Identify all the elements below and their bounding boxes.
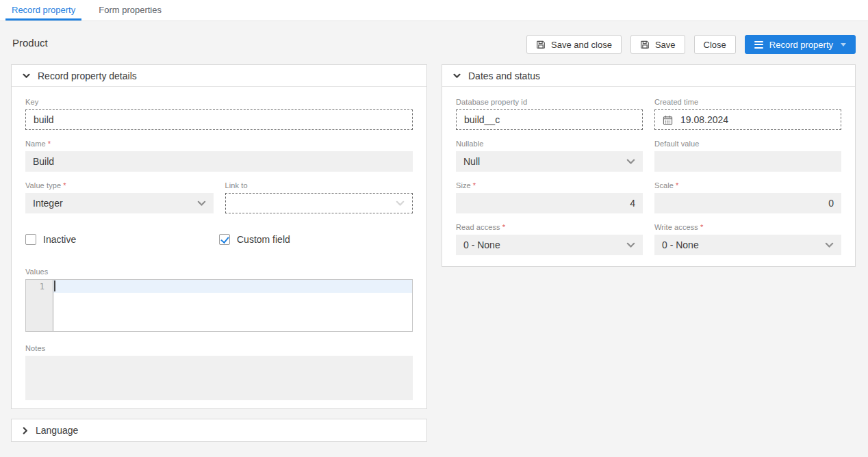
checkbox-icon — [25, 234, 36, 245]
section-title: Language — [36, 425, 78, 436]
save-button[interactable]: Save — [630, 35, 685, 54]
tab-form-properties[interactable]: Form properties — [87, 0, 173, 21]
key-label: Key — [25, 98, 413, 106]
notes-textarea[interactable] — [25, 356, 413, 400]
write-access-select[interactable]: 0 - None — [654, 235, 841, 255]
active-line — [53, 280, 412, 293]
default-value-label: Default value — [654, 140, 841, 148]
chevron-right-icon — [23, 427, 28, 434]
key-input[interactable]: build — [25, 109, 413, 130]
save-and-close-button[interactable]: Save and close — [526, 35, 622, 54]
name-input[interactable]: Build — [25, 151, 413, 172]
save-icon — [640, 40, 650, 49]
text-caret — [54, 280, 55, 291]
record-property-details-card: Record property details Key build Name* … — [11, 64, 427, 409]
close-label: Close — [704, 40, 726, 50]
save-icon — [536, 40, 546, 49]
nullable-select[interactable]: Null — [456, 151, 643, 172]
custom-field-checkbox-label: Custom field — [237, 234, 290, 245]
nullable-label: Nullable — [456, 140, 643, 148]
tab-record-property[interactable]: Record property — [0, 0, 87, 21]
page-title: Product — [12, 37, 48, 49]
inactive-checkbox-label: Inactive — [43, 234, 76, 245]
chevron-down-icon — [626, 159, 635, 165]
default-value-input[interactable] — [654, 151, 841, 172]
code-area[interactable] — [53, 280, 412, 331]
created-time-input[interactable]: 19.08.2024 — [654, 109, 841, 130]
link-to-select[interactable] — [225, 193, 413, 213]
read-access-select[interactable]: 0 - None — [456, 235, 643, 255]
name-label: Name* — [25, 140, 413, 148]
chevron-down-icon — [23, 73, 30, 79]
section-title: Record property details — [38, 70, 137, 81]
record-property-menu-label: Record property — [769, 40, 833, 50]
language-header[interactable]: Language — [12, 419, 426, 441]
chevron-down-icon — [825, 242, 834, 248]
section-title: Dates and status — [468, 70, 540, 81]
created-time-label: Created time — [654, 98, 841, 106]
read-access-label: Read access* — [456, 223, 643, 231]
dates-and-status-header[interactable]: Dates and status — [442, 65, 855, 87]
value-type-select[interactable]: Integer — [25, 193, 214, 213]
record-property-details-header[interactable]: Record property details — [12, 65, 426, 87]
checkbox-checked-icon — [219, 234, 230, 245]
size-input[interactable]: 4 — [456, 193, 643, 213]
database-property-id-input[interactable]: build__c — [456, 109, 643, 130]
write-access-label: Write access* — [654, 223, 841, 231]
scale-label: Scale* — [654, 181, 841, 190]
custom-field-checkbox[interactable]: Custom field — [219, 234, 290, 245]
link-to-label: Link to — [225, 181, 413, 190]
line-number: 1 — [26, 280, 44, 293]
record-property-menu-button[interactable]: Record property — [745, 35, 856, 54]
scale-input[interactable]: 0 — [654, 193, 841, 213]
action-bar: Save and close Save Close Record propert… — [526, 35, 856, 54]
chevron-down-icon — [841, 43, 846, 47]
line-number-gutter: 1 — [26, 280, 53, 331]
chevron-down-icon — [396, 200, 405, 207]
size-label: Size* — [456, 181, 643, 190]
calendar-icon — [663, 115, 673, 125]
values-label: Values — [25, 267, 413, 276]
chevron-down-icon — [197, 200, 206, 207]
language-card: Language — [11, 419, 427, 442]
tab-bar: Record property Form properties — [0, 0, 868, 21]
chevron-down-icon — [453, 73, 461, 79]
save-and-close-label: Save and close — [551, 40, 612, 50]
inactive-checkbox[interactable]: Inactive — [25, 234, 76, 245]
values-code-editor[interactable]: 1 — [25, 279, 413, 332]
close-button[interactable]: Close — [694, 35, 736, 54]
database-property-id-label: Database property id — [456, 98, 643, 106]
dates-and-status-card: Dates and status Database property id bu… — [442, 64, 856, 267]
save-label: Save — [655, 40, 676, 50]
notes-label: Notes — [25, 344, 413, 352]
chevron-down-icon — [626, 242, 635, 248]
value-type-label: Value type* — [25, 181, 214, 190]
menu-icon — [754, 41, 763, 49]
